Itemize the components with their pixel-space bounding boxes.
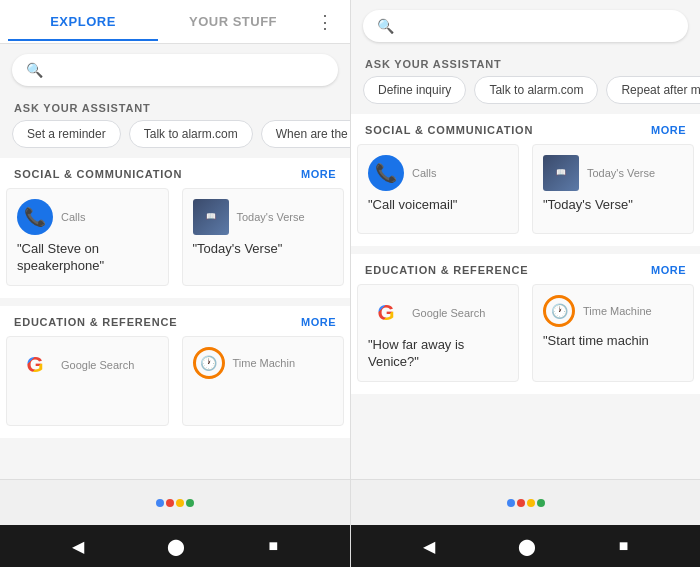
verse-text-right: "Today's Verse": [543, 197, 633, 214]
section-social-right: SOCIAL & COMMUNICATION MORE 📞 Calls "Cal…: [351, 114, 700, 246]
card-verse-icon-row: 📖 Today's Verse: [193, 199, 305, 235]
g-letter-left: G: [26, 352, 43, 378]
tab-explore-left[interactable]: EXPLORE: [8, 2, 158, 41]
dot-yellow-left: [176, 499, 184, 507]
dot-green-left: [186, 499, 194, 507]
card-timemachine-icon-row-right: 🕐 Time Machine: [543, 295, 652, 327]
section-header-social-right: SOCIAL & COMMUNICATION MORE: [351, 114, 700, 144]
search-icon-right: 🔍: [377, 18, 394, 34]
calls-label-left: Calls: [61, 211, 85, 223]
right-panel: 🔍 ASK YOUR ASSISTANT Define inquiry Talk…: [350, 0, 700, 567]
calls-label-right: Calls: [412, 167, 436, 179]
verse-icon-right: 📖: [543, 155, 579, 191]
chip-alarm[interactable]: Talk to alarm.com: [129, 120, 253, 148]
section-header-edu-left: EDUCATION & REFERENCE MORE: [0, 306, 350, 336]
search-input-left[interactable]: [51, 62, 324, 78]
bottom-bar-right: [351, 479, 700, 525]
tab-bar-left: EXPLORE YOUR STUFF ⋮: [0, 0, 350, 44]
back-btn-left[interactable]: ◀: [64, 529, 92, 564]
section-edu-left: EDUCATION & REFERENCE MORE G Google Sear…: [0, 306, 350, 438]
search-bar-right[interactable]: 🔍: [363, 10, 688, 42]
search-icon-left: 🔍: [26, 62, 43, 78]
section-title-edu-right: EDUCATION & REFERENCE: [365, 264, 528, 276]
card-calls-right[interactable]: 📞 Calls "Call voicemail": [357, 144, 519, 234]
verse-label-right: Today's Verse: [587, 167, 655, 179]
right-content: 🔍 ASK YOUR ASSISTANT Define inquiry Talk…: [351, 0, 700, 479]
chip-reminder[interactable]: Set a reminder: [12, 120, 121, 148]
dot-red-right: [517, 499, 525, 507]
card-timemachine-left[interactable]: 🕐 Time Machin: [182, 336, 345, 426]
google-icon-right: G: [368, 295, 404, 331]
recent-btn-right[interactable]: ■: [611, 529, 637, 563]
card-google-left[interactable]: G Google Search: [6, 336, 169, 426]
card-google-right[interactable]: G Google Search "How far away is Venice?…: [357, 284, 519, 382]
more-menu-left[interactable]: ⋮: [308, 3, 342, 41]
chip-alarm-right[interactable]: Talk to alarm.com: [474, 76, 598, 104]
search-bar-left[interactable]: 🔍: [12, 54, 338, 86]
card-verse-icon-row-right: 📖 Today's Verse: [543, 155, 655, 191]
home-btn-left[interactable]: ⬤: [159, 529, 193, 564]
section-title-social-right: SOCIAL & COMMUNICATION: [365, 124, 533, 136]
section-header-social-left: SOCIAL & COMMUNICATION MORE: [0, 158, 350, 188]
back-btn-right[interactable]: ◀: [415, 529, 443, 564]
dot-green-right: [537, 499, 545, 507]
google-icon-left: G: [17, 347, 53, 383]
dot-yellow-right: [527, 499, 535, 507]
timemachine-text-right: "Start time machin: [543, 333, 649, 350]
card-calls-left[interactable]: 📞 Calls "Call Steve on speakerphone": [6, 188, 169, 286]
bottom-bar-left: [0, 479, 350, 525]
tab-your-stuff-left[interactable]: YOUR STUFF: [158, 2, 308, 41]
section-more-edu-right[interactable]: MORE: [651, 264, 686, 276]
section-more-social-right[interactable]: MORE: [651, 124, 686, 136]
g-letter-right: G: [377, 300, 394, 326]
timemachine-label-left: Time Machin: [233, 357, 296, 369]
section-edu-right: EDUCATION & REFERENCE MORE G Google Sear…: [351, 254, 700, 394]
calls-icon-left: 📞: [17, 199, 53, 235]
edu-cards-right: G Google Search "How far away is Venice?…: [351, 284, 700, 394]
edu-cards-left: G Google Search 🕐 Time Machin: [0, 336, 350, 438]
google-label-left: Google Search: [61, 359, 134, 371]
dot-blue-left: [156, 499, 164, 507]
left-panel: EXPLORE YOUR STUFF ⋮ 🔍 ASK YOUR ASSISTAN…: [0, 0, 350, 567]
timemachine-icon-left: 🕐: [193, 347, 225, 379]
google-text-right: "How far away is Venice?": [368, 337, 508, 371]
card-timemachine-right[interactable]: 🕐 Time Machine "Start time machin: [532, 284, 694, 382]
verse-text-left: "Today's Verse": [193, 241, 283, 258]
card-verse-right[interactable]: 📖 Today's Verse "Today's Verse": [532, 144, 694, 234]
search-input-right[interactable]: [402, 18, 674, 34]
verse-label-left: Today's Verse: [237, 211, 305, 223]
social-cards-right: 📞 Calls "Call voicemail" 📖 Today's Verse…: [351, 144, 700, 246]
card-calls-icon-row-right: 📞 Calls: [368, 155, 436, 191]
chip-when[interactable]: When are the S: [261, 120, 350, 148]
section-more-social-left[interactable]: MORE: [301, 168, 336, 180]
chips-row-left: Set a reminder Talk to alarm.com When ar…: [0, 120, 350, 158]
card-calls-icon-row: 📞 Calls: [17, 199, 85, 235]
section-header-edu-right: EDUCATION & REFERENCE MORE: [351, 254, 700, 284]
section-title-social-left: SOCIAL & COMMUNICATION: [14, 168, 182, 180]
dot-red-left: [166, 499, 174, 507]
section-social-left: SOCIAL & COMMUNICATION MORE 📞 Calls "Cal…: [0, 158, 350, 298]
chip-define[interactable]: Define inquiry: [363, 76, 466, 104]
social-cards-left: 📞 Calls "Call Steve on speakerphone" 📖 T…: [0, 188, 350, 298]
section-title-edu-left: EDUCATION & REFERENCE: [14, 316, 177, 328]
nav-bar-left: ◀ ⬤ ■: [0, 525, 350, 567]
left-content: 🔍 ASK YOUR ASSISTANT Set a reminder Talk…: [0, 44, 350, 479]
timemachine-icon-right: 🕐: [543, 295, 575, 327]
ga-dots-right: [507, 499, 545, 507]
recent-btn-left[interactable]: ■: [261, 529, 287, 563]
section-more-edu-left[interactable]: MORE: [301, 316, 336, 328]
calls-text-right: "Call voicemail": [368, 197, 457, 214]
chip-repeat[interactable]: Repeat after me: [606, 76, 700, 104]
card-timemachine-icon-row: 🕐 Time Machin: [193, 347, 296, 379]
ask-label-left: ASK YOUR ASSISTANT: [0, 96, 350, 120]
ask-label-right: ASK YOUR ASSISTANT: [351, 52, 700, 76]
verse-icon-left: 📖: [193, 199, 229, 235]
dot-blue-right: [507, 499, 515, 507]
chips-row-right: Define inquiry Talk to alarm.com Repeat …: [351, 76, 700, 114]
home-btn-right[interactable]: ⬤: [510, 529, 544, 564]
card-verse-left[interactable]: 📖 Today's Verse "Today's Verse": [182, 188, 345, 286]
timemachine-label-right: Time Machine: [583, 305, 652, 317]
calls-text-left: "Call Steve on speakerphone": [17, 241, 158, 275]
google-label-right: Google Search: [412, 307, 485, 319]
nav-bar-right: ◀ ⬤ ■: [351, 525, 700, 567]
